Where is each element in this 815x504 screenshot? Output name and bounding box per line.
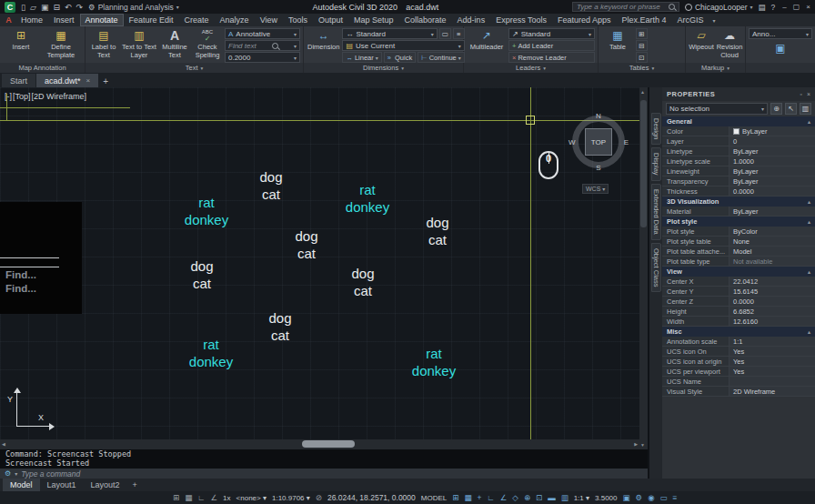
ribbon-tab-add-ins[interactable]: Add-ins	[452, 14, 491, 26]
property-value[interactable]	[729, 377, 815, 386]
ribbon-tab-arcgis[interactable]: ArcGIS	[672, 14, 709, 26]
collapse-icon[interactable]: ▴	[808, 268, 810, 275]
quick-select-icon[interactable]: ▥	[800, 103, 811, 115]
drawing-text-label[interactable]: dogcat	[351, 266, 374, 299]
property-value[interactable]: Yes	[729, 347, 815, 356]
horizontal-scrollbar[interactable]: ◀ ▶	[0, 439, 639, 449]
save-icon[interactable]: ▣	[41, 3, 49, 12]
ribbon-tab-annotate[interactable]: Annotate	[80, 14, 124, 26]
ribbon-tab-featured-apps[interactable]: Featured Apps	[552, 14, 617, 26]
snap-icon[interactable]: ▦	[464, 493, 471, 502]
ortho-icon[interactable]: ∟	[487, 493, 494, 502]
annotation-tool-button[interactable]: ▣	[749, 41, 812, 56]
drawing-text-label[interactable]: ratdonkey	[412, 346, 456, 379]
drawing-text-label[interactable]: dogcat	[259, 169, 282, 203]
grid-icon[interactable]: ⊞	[452, 493, 458, 502]
ribbon-tab-plex-earth-4[interactable]: Plex.Earth 4	[617, 14, 672, 26]
layout-tab-layout2[interactable]: Layout2	[84, 479, 127, 491]
palette-close-icon[interactable]: ×	[807, 91, 810, 97]
ribbon-overflow-icon[interactable]: ▾	[709, 14, 719, 26]
palette-header[interactable]: PROPERTIES ▫ ×	[662, 87, 815, 101]
property-value[interactable]: 1.0000	[729, 156, 815, 166]
property-value[interactable]: 0	[729, 136, 815, 146]
vertical-scrollbar[interactable]: ▲ ▼	[639, 87, 648, 449]
drawing-text-label[interactable]: dogcat	[295, 228, 317, 262]
property-value[interactable]: 6.6852	[729, 307, 815, 316]
viewport-visual-style-control[interactable]: [2D Wireframe]	[32, 92, 87, 101]
panel-label-map-annotation[interactable]: Map Annotation	[0, 63, 85, 73]
collapse-icon[interactable]: ▴	[808, 198, 810, 205]
dim-layer-dropdown[interactable]: ▤ Use Current	[342, 40, 464, 51]
multiline-text-button[interactable]: A Multiline Text	[159, 28, 190, 60]
ribbon-tab-analyze[interactable]: Analyze	[215, 14, 255, 26]
table-button[interactable]: ▦ Table	[601, 28, 634, 53]
open-file-icon[interactable]: ▱	[30, 3, 36, 12]
linear-dimension-button[interactable]: ↔ Linear ▾	[342, 52, 381, 63]
drawing-text-label[interactable]: ratdonkey	[346, 182, 389, 216]
check-spelling-button[interactable]: ABC✓ Check Spelling	[192, 28, 223, 60]
drawing-text-label[interactable]: ratdonkey	[189, 337, 233, 370]
section-header-view[interactable]: View▴	[662, 267, 815, 277]
annotation-monitor-icon[interactable]: ◉	[648, 493, 654, 502]
snap-toggle-icon[interactable]: ▦	[185, 493, 192, 502]
wipeout-button[interactable]: ▱ Wipeout	[689, 28, 714, 53]
scroll-down-icon[interactable]: ▼	[640, 442, 645, 448]
workspace-switch-icon[interactable]: ⚙	[636, 493, 643, 502]
horizontal-scroll-thumb[interactable]	[302, 440, 355, 448]
ribbon-tab-output[interactable]: Output	[313, 14, 348, 26]
new-layout-button[interactable]: +	[127, 480, 143, 489]
panel-label-text[interactable]: Text▾	[86, 63, 303, 73]
annotation-visibility-icon[interactable]: ▣	[623, 493, 630, 502]
viewport-menu-control[interactable]: [-]	[5, 92, 12, 101]
file-tab-acad-dwt[interactable]: acad.dwt*×	[36, 74, 98, 87]
section-header-misc[interactable]: Misc▴	[662, 327, 815, 337]
property-value[interactable]: Yes	[729, 367, 815, 376]
annotation-scale-dropdown[interactable]: Anno...	[749, 28, 812, 39]
new-file-icon[interactable]: ▯	[21, 3, 25, 12]
ribbon-tab-collaborate[interactable]: Collaborate	[399, 14, 452, 26]
quick-dimension-button[interactable]: » Quick	[384, 52, 416, 63]
dimension-button[interactable]: ↔ Dimension	[307, 28, 340, 53]
selection-dropdown[interactable]: No selection	[666, 103, 768, 115]
transparency-icon[interactable]: ▥	[561, 493, 568, 502]
viewcube-wcs-dropdown[interactable]: WCS ▾	[582, 184, 609, 194]
palette-tab-extended-data[interactable]: Extended Data	[651, 184, 661, 240]
lock-ui-icon[interactable]: ⊘	[316, 493, 322, 502]
dim-break-button[interactable]: ▭	[439, 28, 451, 39]
viewport-view-control[interactable]: [Top]	[13, 92, 31, 101]
select-objects-icon[interactable]: ↖	[785, 103, 797, 115]
revision-cloud-button[interactable]: ☁ Revision Cloud	[716, 28, 743, 60]
dim-adjust-button[interactable]: ≡	[453, 28, 465, 39]
multileader-button[interactable]: ↗ Multileader	[467, 28, 507, 53]
lineweight-icon[interactable]: ▬	[548, 493, 556, 502]
polar-toggle-icon[interactable]: ∠	[210, 493, 217, 502]
collapse-icon[interactable]: ▴	[808, 218, 810, 225]
dim-style-dropdown[interactable]: ↔ Standard	[342, 28, 437, 39]
help-search-input[interactable]: Type a keyword or phrase	[572, 2, 679, 12]
property-value[interactable]: ByLayer	[729, 126, 815, 136]
ribbon-tab-home[interactable]: Home	[15, 14, 48, 26]
property-value[interactable]: ByColor	[729, 227, 815, 236]
property-value[interactable]: ByLayer	[729, 207, 815, 216]
property-value[interactable]: ByLayer	[729, 176, 815, 186]
isodraft-icon[interactable]: ◇	[512, 493, 518, 502]
define-template-button[interactable]: ▦ Define Template	[41, 28, 81, 60]
panel-label-markup[interactable]: Markup▾	[686, 63, 745, 73]
ribbon-tab-create[interactable]: Create	[179, 14, 215, 26]
viewcube-west[interactable]: W	[568, 138, 576, 146]
ribbon-tab-insert[interactable]: Insert	[48, 14, 80, 26]
drawing-viewport[interactable]: [-] [Top] [2D Wireframe] dogcatratdonkey…	[0, 87, 639, 439]
model-paper-toggle[interactable]: MODEL	[421, 494, 447, 502]
ribbon-tab-map-setup[interactable]: Map Setup	[348, 14, 399, 26]
workspace-switcher[interactable]: ⚙ Planning and Analysis ▾	[88, 3, 179, 12]
infer-constraints-icon[interactable]: +	[477, 493, 481, 502]
section-header-plot-style[interactable]: Plot style▴	[662, 217, 815, 227]
palette-tab-design[interactable]: Design	[651, 113, 661, 145]
property-value[interactable]: 2D Wireframe	[729, 387, 815, 396]
clean-screen-icon[interactable]: ▭	[660, 493, 668, 502]
text-style-dropdown[interactable]: A Annotative	[225, 28, 300, 39]
table-tool-3-button[interactable]: ⊡	[636, 52, 648, 63]
scroll-left-icon[interactable]: ◀	[2, 441, 5, 447]
property-value[interactable]: ByLayer	[729, 146, 815, 156]
app-store-icon[interactable]: ▤	[759, 3, 766, 12]
